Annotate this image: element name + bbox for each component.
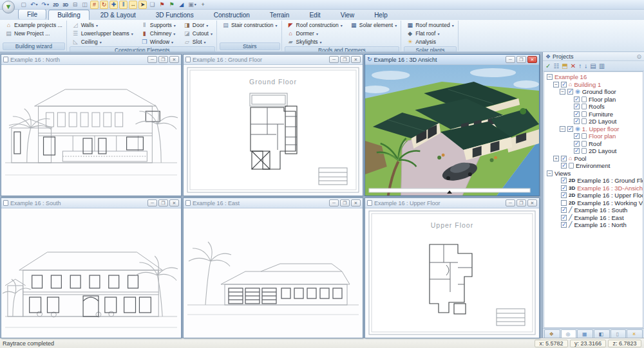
close-button[interactable]: ✕ <box>169 56 179 63</box>
close-button[interactable]: ✕ <box>527 199 537 206</box>
tree-item-floor-plan[interactable]: Floor plan <box>545 96 643 104</box>
checkbox[interactable] <box>561 200 567 206</box>
ceiling-button[interactable]: ◺Ceiling▾ <box>71 38 135 46</box>
delete-icon[interactable]: ✕ <box>571 63 576 69</box>
close-button[interactable]: ✕ <box>527 56 537 63</box>
minimize-button[interactable]: ─ <box>329 56 339 63</box>
copy-icon[interactable]: ❏ <box>148 1 156 9</box>
solar-element-button[interactable]: ▦Solar element▾ <box>349 21 398 29</box>
projects-panel-header[interactable]: ❖ Projects ⊙ <box>543 52 644 61</box>
checkbox[interactable] <box>561 163 567 169</box>
tree-item-2d-layout[interactable]: 2D Layout <box>545 147 643 155</box>
add-icon[interactable]: + <box>199 1 207 9</box>
viewport-upper-floor[interactable]: Example 16 : Upper Floor ─❐✕ <box>365 197 540 338</box>
tree-item-1-upper-floor[interactable]: −◉1. Upper floor <box>545 125 643 133</box>
details-icon[interactable]: ☷ <box>553 63 559 69</box>
parallel-walls-icon[interactable]: ‖ <box>119 1 128 9</box>
storey-filter-icon[interactable]: ▤ <box>590 63 596 69</box>
confirm-icon[interactable]: ✓ <box>545 63 551 69</box>
expander-icon[interactable]: − <box>553 82 559 87</box>
checkbox[interactable] <box>561 82 567 87</box>
tab-file[interactable]: File <box>18 9 46 19</box>
tree-item-example-16-ground-floor[interactable]: 2DExample 16 : Ground Floor <box>545 177 643 185</box>
tab-terrain[interactable]: Terrain <box>261 10 299 20</box>
tab-quantities[interactable]: ▯ <box>611 329 627 338</box>
expander-icon[interactable]: + <box>553 156 559 161</box>
beams-button[interactable]: ☰Lower/upper beams▾ <box>71 30 135 37</box>
skylights-button[interactable]: ▰Skylights▾ <box>286 38 344 46</box>
tab-3d-functions[interactable]: 3D Functions <box>147 10 203 20</box>
checkbox[interactable] <box>574 111 580 117</box>
tab-projects[interactable]: ◎ <box>561 329 577 338</box>
tab-construction[interactable]: Construction <box>205 10 259 20</box>
tab-2d-layout[interactable]: 2D & Layout <box>91 10 145 20</box>
measure-icon[interactable]: ↔ <box>129 1 137 9</box>
minimize-button[interactable]: ─ <box>506 199 515 206</box>
tab-building[interactable]: Building <box>48 10 90 20</box>
tab-edit[interactable]: Edit <box>300 10 329 20</box>
tab-help[interactable]: Help <box>365 10 397 20</box>
viewport-3d-titlebar[interactable]: ↻ Example 16 : 3D Ansicht ─❐✕ <box>365 55 539 65</box>
redo-icon[interactable]: ↷▾ <box>41 1 51 9</box>
checkbox[interactable] <box>574 148 580 154</box>
viewport-south-titlebar[interactable]: Example 16 : South ─❐✕ <box>1 198 181 208</box>
viewport-south[interactable]: Example 16 : South ─❐✕ <box>1 197 182 338</box>
pin-icon[interactable]: ⊙ <box>636 53 641 60</box>
clipboard-icon[interactable]: ▣▾ <box>187 1 198 9</box>
checkbox[interactable] <box>574 141 580 147</box>
checkbox[interactable] <box>561 215 567 221</box>
new-project-button[interactable]: ▤New Project ... <box>4 30 64 37</box>
roof-construction-button[interactable]: ◤Roof construction▾ <box>286 21 344 29</box>
cutout-button[interactable]: ◪Cutout▾ <box>182 30 214 37</box>
tree-item-furniture[interactable]: Furniture <box>545 111 643 118</box>
checkbox[interactable] <box>574 133 580 139</box>
viewport-3d[interactable]: ↻ Example 16 : 3D Ansicht ─❐✕ <box>365 54 540 196</box>
new-file-icon[interactable]: ▢ <box>19 1 28 9</box>
tree-item-environment[interactable]: Environment <box>545 162 643 170</box>
maximize-button[interactable]: ❐ <box>158 56 168 63</box>
split-horizontal-icon[interactable]: ⊟ <box>71 1 79 9</box>
viewport-north-titlebar[interactable]: Example 16 : North ─❐✕ <box>1 55 181 65</box>
tree-item-example-16-east[interactable]: ╱Example 16 : East <box>545 214 643 222</box>
checkbox[interactable] <box>561 185 567 191</box>
tree-item-example-16[interactable]: −Example 16 <box>545 73 643 81</box>
example-projects-button[interactable]: ⌂Example projects ... <box>4 21 64 29</box>
expander-icon[interactable]: − <box>560 126 565 132</box>
slot-button[interactable]: ▱Slot▾ <box>182 38 214 46</box>
maximize-button[interactable]: ❐ <box>516 199 526 206</box>
viewport-north[interactable]: Example 16 : North ─❐✕ <box>1 54 182 196</box>
tab-areas[interactable]: ◧ <box>594 329 610 338</box>
maximize-button[interactable]: ❐ <box>516 56 526 63</box>
minimize-button[interactable]: ─ <box>147 199 157 206</box>
door-button[interactable]: ◨Door▾ <box>182 21 214 29</box>
split-vertical-icon[interactable]: ◫ <box>80 1 89 9</box>
undo-icon[interactable]: ↶▾ <box>29 1 39 9</box>
tree-item-example-16-3d-ansicht[interactable]: 3DExample 16 : 3D-Ansicht <box>545 185 643 192</box>
checkbox[interactable] <box>574 118 580 124</box>
tree-item-example-16-north[interactable]: ╱Example 16 : North <box>545 221 643 229</box>
roof-tool-icon[interactable]: ◢ <box>177 1 185 9</box>
close-button[interactable]: ✕ <box>169 199 179 206</box>
chimney-button[interactable]: ▮Chimney▾ <box>140 30 177 37</box>
checkbox[interactable] <box>567 126 573 132</box>
app-orb-button[interactable]: ▼ <box>2 1 15 14</box>
window-button[interactable]: ❒Window▾ <box>140 38 177 46</box>
checkbox[interactable] <box>561 178 567 183</box>
maximize-button[interactable]: ❐ <box>340 199 350 206</box>
flat-roof-button[interactable]: ◆Flat roof▾ <box>405 30 455 37</box>
roof-mounted-button[interactable]: ▦Roof mounted▾ <box>405 21 455 29</box>
view-3d-icon[interactable]: 3D <box>61 1 70 9</box>
view-2d-icon[interactable]: 2D <box>52 1 60 9</box>
tree-item-ground-floor[interactable]: −◉Ground floor <box>545 88 643 96</box>
checkbox[interactable] <box>567 89 573 95</box>
grid-icon[interactable]: # <box>90 1 99 9</box>
tab-view[interactable]: View <box>332 10 364 20</box>
checkbox[interactable] <box>561 156 567 161</box>
tree-item-pool[interactable]: +⌂Pool <box>545 155 643 163</box>
tree-item-2d-layout[interactable]: 2D Layout <box>545 118 643 125</box>
viewport-east[interactable]: Example 16 : East ─❐✕ <box>183 197 363 338</box>
tree-item-roofs[interactable]: Roofs <box>545 103 643 111</box>
checkbox[interactable] <box>561 222 567 228</box>
minimize-button[interactable]: ─ <box>329 199 339 206</box>
walls-button[interactable]: ◿Walls▾ <box>71 21 135 29</box>
